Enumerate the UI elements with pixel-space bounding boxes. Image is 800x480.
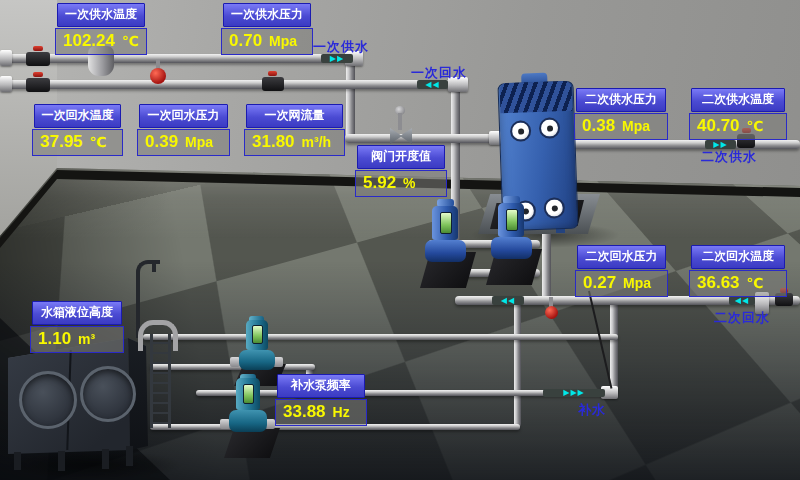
tag-primary-supply-pressure[interactable]: 一次供水压力 0.70 Mpa xyxy=(221,3,313,55)
tag-label: 阀门开度值 xyxy=(357,145,445,169)
pump-volute xyxy=(491,237,532,259)
tag-value-box: 102.24 ℃ xyxy=(55,28,147,55)
tank-leg xyxy=(14,452,21,470)
control-valve-stem xyxy=(398,113,402,130)
pipe-primary-supply xyxy=(0,54,353,63)
pipe-makeup-riser xyxy=(610,300,618,392)
tag-value-box: 31.80 m³/h xyxy=(244,129,345,156)
tag-makeup-pump-frequency[interactable]: 补水泵频率 33.88 Hz xyxy=(275,374,367,426)
tag-unit: Mpa xyxy=(623,275,651,291)
red-drain-valve[interactable] xyxy=(545,306,558,319)
tag-value: 0.38 xyxy=(582,116,615,136)
pump-status-window xyxy=(440,212,452,234)
tag-secondary-supply-temp[interactable]: 二次供水温度 40.70 ℃ xyxy=(689,88,787,140)
tag-secondary-return-pressure[interactable]: 二次回水压力 0.27 Mpa xyxy=(575,245,668,297)
tank-ladder xyxy=(150,334,171,428)
tag-label: 一次供水压力 xyxy=(223,3,311,27)
tag-value: 40.70 xyxy=(697,116,740,136)
tag-value-box: 0.38 Mpa xyxy=(574,113,668,140)
tag-label: 二次回水压力 xyxy=(577,245,666,269)
tag-secondary-return-temp[interactable]: 二次回水温度 36.63 ℃ xyxy=(689,245,787,297)
valve-primary-supply[interactable] xyxy=(26,52,50,66)
tag-unit: Mpa xyxy=(622,118,650,134)
exchanger-frame-plates xyxy=(499,81,572,113)
tank-leg xyxy=(58,451,65,471)
makeup-pump-2[interactable] xyxy=(228,378,272,434)
tag-unit: Mpa xyxy=(185,134,213,150)
pump-status-window xyxy=(506,209,518,231)
tag-tank-level[interactable]: 水箱液位高度 1.10 m³ xyxy=(30,301,124,353)
tag-value: 37.95 xyxy=(40,132,83,152)
tag-value: 33.88 xyxy=(283,402,326,422)
makeup-pump-1[interactable] xyxy=(238,320,280,372)
tag-value-box: 33.88 Hz xyxy=(275,399,367,426)
flange-fitting xyxy=(0,76,12,92)
tag-unit: m³ xyxy=(78,331,95,347)
pipe-label-primary-supply: 一次供水 xyxy=(313,38,369,56)
valve-handle xyxy=(268,71,277,76)
tag-label: 二次供水温度 xyxy=(691,88,785,112)
tag-label: 一次回水压力 xyxy=(139,104,228,128)
tag-value-box: 0.27 Mpa xyxy=(575,270,668,297)
tag-secondary-supply-pressure[interactable]: 二次供水压力 0.38 Mpa xyxy=(574,88,668,140)
tag-unit: ℃ xyxy=(747,118,764,134)
tank-manhole xyxy=(19,371,77,429)
pipe-label-secondary-supply: 二次供水 xyxy=(701,148,757,166)
tank-vent-tip xyxy=(152,262,156,272)
tag-unit: Mpa xyxy=(269,33,297,49)
pump-status-window xyxy=(243,384,254,404)
tag-value-box: 40.70 ℃ xyxy=(689,113,787,140)
tag-value: 0.39 xyxy=(145,132,178,152)
tag-label: 二次供水压力 xyxy=(576,88,666,112)
pipe-secondary-supply xyxy=(556,140,800,149)
tag-value: 31.80 xyxy=(252,132,295,152)
tag-value-box: 1.10 m³ xyxy=(30,326,124,353)
tag-value-box: 0.70 Mpa xyxy=(221,28,313,55)
tank-manhole xyxy=(80,366,136,422)
circulation-pump-2[interactable] xyxy=(490,201,534,263)
tank-leg xyxy=(102,449,109,469)
tag-label: 一次网流量 xyxy=(246,104,343,128)
hmi-heat-exchange-station-screen: ▶▶ ◀◀ ▶▶ ◀◀ ◀◀ ▶▶▶ 一次供水 一次回水 二次供水 二次回水 补… xyxy=(0,0,800,480)
tag-value: 0.27 xyxy=(583,273,616,293)
tag-value-box: 37.95 ℃ xyxy=(32,129,123,156)
red-ball-valve[interactable] xyxy=(150,68,166,84)
valve-handle xyxy=(33,72,43,77)
circulation-pump-1[interactable] xyxy=(424,204,468,266)
tag-label: 一次供水温度 xyxy=(57,3,145,27)
pipe-suction-riser xyxy=(514,300,521,427)
valve-primary-return-2[interactable] xyxy=(262,77,284,91)
tag-valve-opening[interactable]: 阀门开度值 5.92 % xyxy=(355,145,447,197)
tag-primary-return-pressure[interactable]: 一次回水压力 0.39 Mpa xyxy=(137,104,230,156)
tag-value-box: 5.92 % xyxy=(355,170,447,197)
tag-label: 二次回水温度 xyxy=(691,245,785,269)
pipe-tank-outlet xyxy=(143,334,618,340)
tank-leg xyxy=(126,446,133,466)
tag-primary-return-temp[interactable]: 一次回水温度 37.95 ℃ xyxy=(32,104,123,156)
tag-value: 1.10 xyxy=(38,329,71,349)
pump-volute xyxy=(239,350,275,370)
tag-unit: Hz xyxy=(333,404,350,420)
tag-primary-supply-temp[interactable]: 一次供水温度 102.24 ℃ xyxy=(55,3,147,55)
tag-unit: ℃ xyxy=(747,275,764,291)
tag-value: 5.92 xyxy=(363,173,396,193)
tag-label: 补水泵频率 xyxy=(277,374,365,398)
tag-unit: % xyxy=(403,175,415,191)
tag-value: 102.24 xyxy=(63,31,115,51)
pump-volute xyxy=(229,410,267,432)
tag-unit: m³/h xyxy=(302,134,332,150)
pipe-label-primary-return: 一次回水 xyxy=(411,64,467,82)
tag-unit: ℃ xyxy=(90,134,107,150)
pipe-primary-return xyxy=(0,80,463,89)
tag-label: 水箱液位高度 xyxy=(32,301,122,325)
valve-primary-return[interactable] xyxy=(26,78,50,92)
tag-value-box: 0.39 Mpa xyxy=(137,129,230,156)
pipe-label-secondary-return: 二次回水 xyxy=(714,309,770,327)
pipe-exchanger-return-drop xyxy=(542,226,551,300)
pipe-primary-supply-drop xyxy=(346,57,355,141)
tag-primary-flow[interactable]: 一次网流量 31.80 m³/h xyxy=(244,104,345,156)
tag-value: 0.70 xyxy=(229,31,262,51)
flow-arrows-icon: ▶▶▶ xyxy=(543,389,605,397)
pump-volute xyxy=(425,240,466,262)
pump-status-window xyxy=(252,325,263,344)
